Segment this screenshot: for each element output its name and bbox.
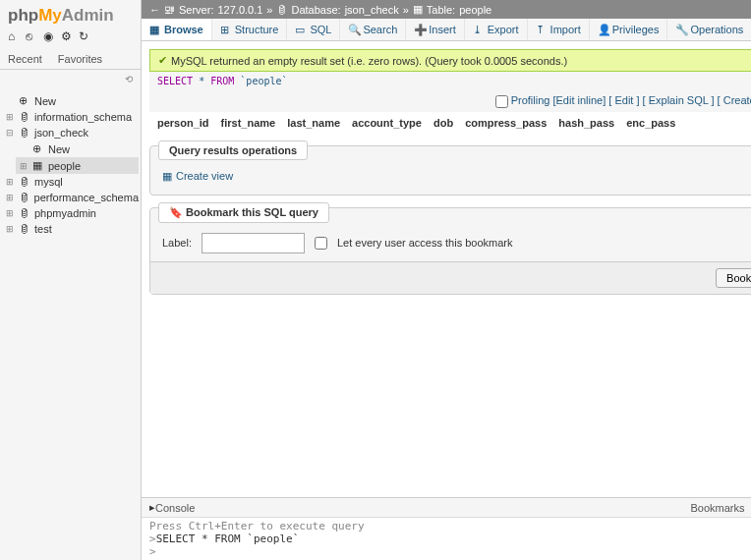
- tree-db-mysql[interactable]: ⊞🛢mysql: [2, 174, 139, 190]
- tree-new-table[interactable]: ⊕New: [16, 140, 139, 157]
- tree-db-label: json_check: [34, 127, 88, 139]
- reload-icon[interactable]: ↻: [79, 29, 92, 43]
- db-icon: 🛢: [19, 223, 31, 235]
- settings-icon[interactable]: ⚙: [61, 29, 75, 43]
- col-header: account_type: [352, 117, 422, 129]
- tab-operations[interactable]: 🔧Operations: [667, 19, 751, 40]
- expand-icon[interactable]: ⊞: [20, 161, 29, 171]
- tab-structure[interactable]: ⊞Structure: [212, 19, 288, 40]
- tab-privileges[interactable]: 👤Privileges: [590, 19, 668, 40]
- breadcrumb: ← 🖳 Server: 127.0.0.1 » 🛢 Database: json…: [142, 0, 751, 19]
- tree-db-phpmyadmin[interactable]: ⊞🛢phpmyadmin: [2, 205, 139, 221]
- breadcrumb-db-label: Database:: [291, 4, 340, 16]
- sql-display: SELECT * FROM `people`: [149, 72, 751, 90]
- tree-new-label: New: [48, 143, 70, 155]
- breadcrumb-table[interactable]: people: [459, 4, 491, 16]
- bookmark-label: Label:: [162, 237, 192, 249]
- new-icon: ⊕: [19, 94, 31, 107]
- breadcrumb-server[interactable]: 127.0.0.1: [217, 4, 262, 16]
- tree-table-people[interactable]: ⊞▦people: [16, 157, 139, 174]
- bookmark-submit-button[interactable]: Bookmark this SQL query: [716, 268, 751, 288]
- create-view-label: Create view: [176, 170, 233, 182]
- tree-db-performance-schema[interactable]: ⊞🛢performance_schema: [2, 190, 139, 205]
- tab-browse[interactable]: ▦Browse: [142, 19, 212, 40]
- insert-icon: ➕: [414, 24, 426, 35]
- tab-label: Structure: [235, 24, 279, 35]
- top-nav: ▦Browse ⊞Structure ▭SQL 🔍Search ➕Insert …: [142, 19, 751, 41]
- logout-icon[interactable]: ⎋: [26, 29, 39, 43]
- explain-sql-link[interactable]: Explain SQL: [649, 94, 709, 106]
- collapse-left-icon[interactable]: ←: [149, 4, 160, 16]
- sidebar-toolbar: ⌂ ⎋ ◉ ⚙ ↻: [0, 28, 141, 49]
- bookmark-public-checkbox[interactable]: [315, 237, 327, 250]
- query-results-ops-panel: Query results operations ▦ Create view: [149, 145, 751, 196]
- docs-icon[interactable]: ◉: [43, 29, 57, 43]
- tree-new[interactable]: ⊕New: [2, 92, 139, 109]
- tab-import[interactable]: ⤒Import: [528, 19, 590, 40]
- expand-icon[interactable]: ⊞: [6, 208, 16, 218]
- tab-search[interactable]: 🔍Search: [340, 19, 406, 40]
- tree-db-label: information_schema: [34, 111, 132, 123]
- console-prompt: >: [149, 532, 156, 545]
- profiling-checkbox[interactable]: [495, 95, 508, 108]
- console-bookmarks-link[interactable]: Bookmarks: [691, 502, 745, 514]
- tree-db-json-check[interactable]: ⊟🛢json_check: [2, 125, 139, 140]
- tree-db-label: phpmyadmin: [34, 207, 96, 219]
- content: ✔ MySQL returned an empty result set (i.…: [142, 41, 751, 497]
- create-php-link[interactable]: Create PHP code: [723, 94, 751, 106]
- tab-label: Privileges: [612, 24, 660, 35]
- db-icon: 🛢: [276, 4, 287, 16]
- tab-favorites[interactable]: Favorites: [50, 49, 110, 69]
- breadcrumb-table-label: Table:: [427, 4, 455, 16]
- sidebar: phpMyAdmin ⌂ ⎋ ◉ ⚙ ↻ Recent Favorites ⟲ …: [0, 0, 142, 560]
- tree-db-label: test: [34, 223, 52, 235]
- console-body[interactable]: Press Ctrl+Enter to execute query >SELEC…: [142, 517, 751, 560]
- table-icon: ▦: [413, 3, 423, 16]
- tab-export[interactable]: ⤓Export: [465, 19, 528, 40]
- collapse-icon[interactable]: ⊟: [6, 128, 16, 138]
- panel-title: Query results operations: [158, 140, 308, 160]
- tab-label: Browse: [164, 24, 203, 35]
- tab-label: SQL: [310, 24, 331, 35]
- logo-admin: Admin: [62, 6, 114, 25]
- console-line: SELECT * FROM `people`: [156, 532, 300, 545]
- tree-db-information-schema[interactable]: ⊞🛢information_schema: [2, 109, 139, 125]
- tab-recent[interactable]: Recent: [0, 49, 50, 69]
- breadcrumb-server-label: Server:: [179, 4, 213, 16]
- create-view-icon: ▦: [162, 170, 172, 183]
- collapse-sidebar-icon[interactable]: ⟲: [0, 70, 141, 88]
- tree-table-label: people: [48, 160, 81, 172]
- bookmark-label-input[interactable]: [202, 233, 305, 253]
- import-icon: ⤒: [536, 24, 548, 35]
- check-icon: ✔: [158, 54, 167, 67]
- tab-label: Insert: [429, 24, 456, 35]
- tree-db-label: mysql: [34, 176, 63, 188]
- profiling-label: Profiling: [511, 94, 550, 106]
- col-header: enc_pass: [626, 117, 675, 129]
- home-icon[interactable]: ⌂: [8, 29, 22, 43]
- create-view-link[interactable]: ▦ Create view: [162, 170, 751, 183]
- breadcrumb-sep: »: [266, 4, 272, 16]
- expand-icon[interactable]: ⊞: [6, 112, 16, 122]
- tab-sql[interactable]: ▭SQL: [287, 19, 340, 40]
- tab-insert[interactable]: ➕Insert: [406, 19, 465, 40]
- privileges-icon: 👤: [598, 24, 609, 35]
- sql-kw: SELECT: [157, 76, 193, 86]
- sql-kw: FROM: [210, 76, 234, 86]
- db-icon: 🛢: [19, 176, 31, 188]
- console-hint: Press Ctrl+Enter to execute query: [149, 520, 751, 532]
- col-header: dob: [433, 117, 453, 129]
- expand-icon[interactable]: ⊞: [6, 177, 16, 187]
- table-icon: ▦: [32, 159, 45, 172]
- col-header: compress_pass: [465, 117, 547, 129]
- col-header: person_id: [157, 117, 209, 129]
- tree-db-test[interactable]: ⊞🛢test: [2, 221, 139, 237]
- result-message: ✔ MySQL returned an empty result set (i.…: [149, 49, 751, 72]
- edit-link[interactable]: Edit: [614, 94, 633, 106]
- browse-icon: ▦: [149, 24, 161, 35]
- expand-icon[interactable]: ⊞: [6, 224, 16, 234]
- column-headers: person_id first_name last_name account_t…: [149, 112, 751, 134]
- breadcrumb-db[interactable]: json_check: [345, 4, 399, 16]
- expand-icon[interactable]: ⊞: [6, 193, 16, 202]
- edit-inline-link[interactable]: Edit inline: [556, 94, 604, 106]
